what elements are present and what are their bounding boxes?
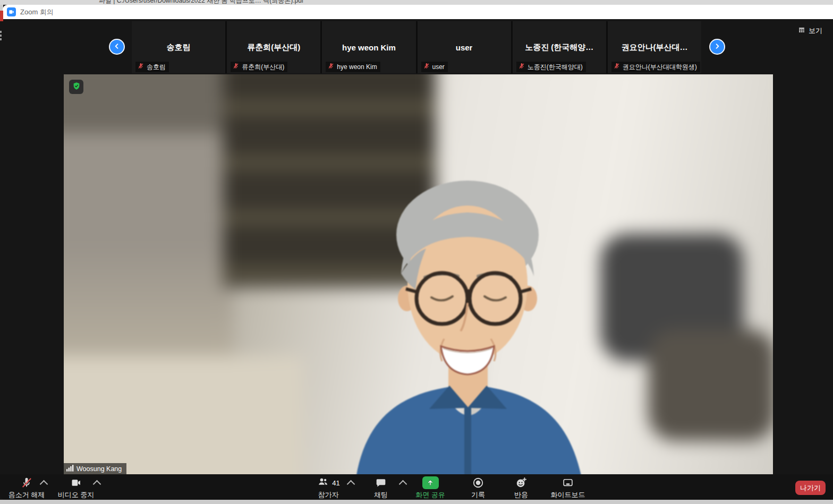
mic-muted-icon xyxy=(233,63,239,71)
whiteboard-button[interactable]: 화이트보드 xyxy=(539,476,597,500)
zoom-app-icon xyxy=(7,7,16,16)
participant-label: 송호림 xyxy=(135,62,169,72)
unmute-label: 음소거 해제 xyxy=(8,490,45,500)
grid-view-icon xyxy=(798,27,805,35)
speaker-name-label: Woosung Kang xyxy=(64,463,126,474)
mic-muted-icon xyxy=(328,63,334,71)
leave-button[interactable]: 나가기 xyxy=(795,481,826,495)
participant-tile[interactable]: 류춘희(부산대) 류춘희(부산대) xyxy=(227,21,320,73)
participant-label: 류춘희(부산대) xyxy=(231,62,287,72)
filmstrip-next-button[interactable] xyxy=(709,39,725,55)
participant-tile[interactable]: 노종진 (한국해양… 노종진(한국해양대) xyxy=(513,21,606,73)
participants-label: 참가자 xyxy=(318,490,339,500)
chevron-right-icon xyxy=(713,42,721,52)
chat-bubble-icon xyxy=(375,476,387,489)
participant-display-name: user xyxy=(456,43,473,52)
desktop-edge-strip xyxy=(0,500,833,504)
zoom-window-titlebar: Zoom 회의 xyxy=(3,5,833,19)
participant-tile[interactable]: user user xyxy=(418,21,511,73)
mic-muted-icon xyxy=(423,63,430,71)
reactions-smiley-icon xyxy=(515,476,527,489)
participant-label-text: 류춘희(부산대) xyxy=(242,63,284,72)
window-title: Zoom 회의 xyxy=(20,7,54,17)
participant-label-text: hye weon Kim xyxy=(337,63,377,71)
participant-display-name: 노종진 (한국해양… xyxy=(525,42,593,53)
participant-display-name: 송호림 xyxy=(167,42,191,53)
signal-bars-icon xyxy=(66,465,74,473)
share-screen-icon xyxy=(422,476,439,489)
record-icon xyxy=(472,476,484,489)
participants-button[interactable]: 41 참가자 xyxy=(299,476,358,500)
participant-label-text: 권요안나(부산대대학원생) xyxy=(623,63,697,72)
view-button-label: 보기 xyxy=(809,26,822,36)
window-edge-grip xyxy=(0,31,2,33)
record-label: 기록 xyxy=(471,490,485,500)
whiteboard-icon xyxy=(562,476,574,489)
reactions-label: 반응 xyxy=(514,490,528,500)
mic-muted-icon xyxy=(138,63,144,71)
leave-label: 나가기 xyxy=(800,483,821,493)
participant-display-name: 권요안나(부산대… xyxy=(621,42,687,53)
mic-muted-icon xyxy=(21,476,32,489)
participant-filmstrip: 송호림 송호림 류춘희(부산대) 류춘희(부산대) hye weon Kim h… xyxy=(132,21,701,73)
participants-icon xyxy=(317,476,329,489)
participant-display-name: hye weon Kim xyxy=(342,43,396,52)
participant-label: hye weon Kim xyxy=(326,62,380,72)
background-red-fragment xyxy=(0,11,3,21)
view-button[interactable]: 보기 xyxy=(798,25,822,37)
participant-tile[interactable]: 권요안나(부산대… 권요안나(부산대대학원생) xyxy=(608,21,701,73)
participant-label: 노종진(한국해양대) xyxy=(516,62,586,72)
participant-label: user xyxy=(421,62,448,72)
participant-label: 권요안나(부산대대학원생) xyxy=(611,62,700,72)
shield-check-icon xyxy=(72,82,81,92)
stop-video-label: 비디오 중지 xyxy=(58,490,95,500)
main-video-tile[interactable]: Woosung Kang xyxy=(64,74,773,474)
mic-muted-icon xyxy=(518,63,525,71)
filmstrip-prev-button[interactable] xyxy=(109,39,125,55)
participants-count: 41 xyxy=(332,479,339,487)
participant-label-text: 송호림 xyxy=(147,63,166,72)
video-camera-icon xyxy=(70,476,82,489)
participant-video-person xyxy=(292,159,632,474)
participant-tile[interactable]: hye weon Kim hye weon Kim xyxy=(322,21,415,73)
meeting-area: 송호림 송호림 류춘희(부산대) 류춘희(부산대) hye weon Kim h… xyxy=(0,19,833,500)
background-app-strip: 파일 | C:/Users/user/Downloads/2022 새한 봄 학… xyxy=(0,0,833,5)
share-screen-label: 화면 공유 xyxy=(415,490,445,500)
chevron-left-icon xyxy=(113,42,121,52)
participant-tile[interactable]: 송호림 송호림 xyxy=(132,21,225,73)
meeting-toolbar: 음소거 해제 비디오 중지 41 참가자 채팅 xyxy=(0,474,833,500)
speaker-name-text: Woosung Kang xyxy=(76,465,122,473)
chat-label: 채팅 xyxy=(374,490,388,500)
participant-label-text: 노종진(한국해양대) xyxy=(528,63,583,72)
mic-muted-icon xyxy=(614,63,620,71)
background-file-path: 파일 | C:/Users/user/Downloads/2022 새한 봄 학… xyxy=(99,0,303,5)
participant-label-text: user xyxy=(432,63,445,71)
whiteboard-label: 화이트보드 xyxy=(551,490,585,500)
security-shield-button[interactable] xyxy=(69,80,83,94)
participant-display-name: 류춘희(부산대) xyxy=(247,42,300,53)
